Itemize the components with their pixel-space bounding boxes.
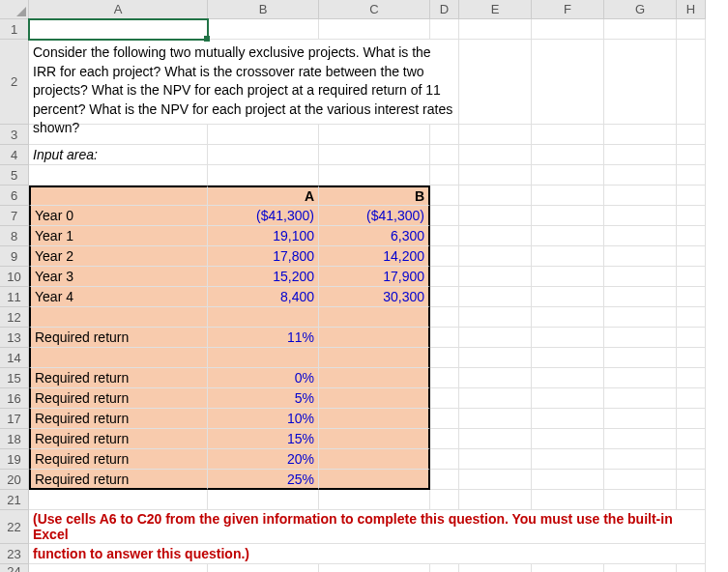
cell-H6[interactable] <box>677 186 706 206</box>
cell-A1[interactable] <box>29 19 208 40</box>
question-text[interactable]: Consider the following two mutually excl… <box>29 40 459 125</box>
cell-H18[interactable] <box>677 429 706 449</box>
cell-H20[interactable] <box>677 470 706 490</box>
cell-A14[interactable] <box>29 348 208 368</box>
cell-E4[interactable] <box>459 145 532 165</box>
cell-D9[interactable] <box>430 246 459 267</box>
cell-D21[interactable] <box>430 490 459 510</box>
cell-C10[interactable]: 17,900 <box>319 267 430 287</box>
cell-D16[interactable] <box>430 388 459 409</box>
cell-F7[interactable] <box>532 206 604 226</box>
cell-G24[interactable] <box>604 564 677 572</box>
cell-F19[interactable] <box>532 449 604 470</box>
cell-F13[interactable] <box>532 328 604 348</box>
cell-G17[interactable] <box>604 409 677 429</box>
cell-H13[interactable] <box>677 328 706 348</box>
cell-B4[interactable] <box>208 145 319 165</box>
instruction-note-1[interactable]: (Use cells A6 to C20 from the given info… <box>29 510 706 544</box>
col-header-E[interactable]: E <box>459 0 532 19</box>
cell-A7[interactable]: Year 0 <box>29 206 208 226</box>
cell-G5[interactable] <box>604 165 677 186</box>
cell-E20[interactable] <box>459 470 532 490</box>
cell-B6[interactable]: A <box>208 186 319 206</box>
cell-D12[interactable] <box>430 307 459 328</box>
cell-H11[interactable] <box>677 287 706 307</box>
cell-B8[interactable]: 19,100 <box>208 226 319 246</box>
cell-F20[interactable] <box>532 470 604 490</box>
cell-F12[interactable] <box>532 307 604 328</box>
cell-E14[interactable] <box>459 348 532 368</box>
col-header-B[interactable]: B <box>208 0 319 19</box>
cell-A21[interactable] <box>29 490 208 510</box>
cell-B10[interactable]: 15,200 <box>208 267 319 287</box>
cell-A9[interactable]: Year 2 <box>29 246 208 267</box>
cell-C14[interactable] <box>319 348 430 368</box>
cell-G3[interactable] <box>604 125 677 145</box>
row-header-10[interactable]: 10 <box>0 267 29 287</box>
cell-D6[interactable] <box>430 186 459 206</box>
cell-G11[interactable] <box>604 287 677 307</box>
cell-D15[interactable] <box>430 368 459 388</box>
cell-C20[interactable] <box>319 470 430 490</box>
cell-A13[interactable]: Required return <box>29 328 208 348</box>
input-area-label[interactable]: Input area: <box>29 145 208 165</box>
cell-D19[interactable] <box>430 449 459 470</box>
cell-B11[interactable]: 8,400 <box>208 287 319 307</box>
cell-E7[interactable] <box>459 206 532 226</box>
row-header-8[interactable]: 8 <box>0 226 29 246</box>
cell-G14[interactable] <box>604 348 677 368</box>
cell-C16[interactable] <box>319 388 430 409</box>
row-header-7[interactable]: 7 <box>0 206 29 226</box>
row-header-5[interactable]: 5 <box>0 165 29 186</box>
cell-G10[interactable] <box>604 267 677 287</box>
cell-B9[interactable]: 17,800 <box>208 246 319 267</box>
cell-H14[interactable] <box>677 348 706 368</box>
cell-B13[interactable]: 11% <box>208 328 319 348</box>
cell-C5[interactable] <box>319 165 430 186</box>
row-header-23[interactable]: 23 <box>0 544 29 564</box>
cell-C3[interactable] <box>319 125 430 145</box>
row-header-9[interactable]: 9 <box>0 246 29 267</box>
cell-G7[interactable] <box>604 206 677 226</box>
cell-B1[interactable] <box>208 19 319 40</box>
spreadsheet-grid[interactable]: A B C D E F G H 1 2 Consider the followi… <box>0 0 728 572</box>
cell-D1[interactable] <box>430 19 459 40</box>
cell-G6[interactable] <box>604 186 677 206</box>
cell-H19[interactable] <box>677 449 706 470</box>
cell-B15[interactable]: 0% <box>208 368 319 388</box>
cell-A8[interactable]: Year 1 <box>29 226 208 246</box>
cell-F4[interactable] <box>532 145 604 165</box>
cell-C15[interactable] <box>319 368 430 388</box>
cell-D11[interactable] <box>430 287 459 307</box>
cell-B20[interactable]: 25% <box>208 470 319 490</box>
row-header-2[interactable]: 2 <box>0 40 29 125</box>
cell-F14[interactable] <box>532 348 604 368</box>
cell-E6[interactable] <box>459 186 532 206</box>
row-header-14[interactable]: 14 <box>0 348 29 368</box>
row-header-4[interactable]: 4 <box>0 145 29 165</box>
col-header-D[interactable]: D <box>430 0 459 19</box>
cell-E12[interactable] <box>459 307 532 328</box>
cell-B7[interactable]: ($41,300) <box>208 206 319 226</box>
cell-H10[interactable] <box>677 267 706 287</box>
cell-C11[interactable]: 30,300 <box>319 287 430 307</box>
cell-D3[interactable] <box>430 125 459 145</box>
cell-E16[interactable] <box>459 388 532 409</box>
row-header-24[interactable]: 24 <box>0 564 29 572</box>
col-header-H[interactable]: H <box>677 0 706 19</box>
cell-H16[interactable] <box>677 388 706 409</box>
row-header-13[interactable]: 13 <box>0 328 29 348</box>
cell-E19[interactable] <box>459 449 532 470</box>
cell-D20[interactable] <box>430 470 459 490</box>
cell-C19[interactable] <box>319 449 430 470</box>
cell-H2[interactable] <box>677 40 706 125</box>
cell-H7[interactable] <box>677 206 706 226</box>
cell-E10[interactable] <box>459 267 532 287</box>
cell-E21[interactable] <box>459 490 532 510</box>
cell-D10[interactable] <box>430 267 459 287</box>
row-header-3[interactable]: 3 <box>0 125 29 145</box>
row-header-22[interactable]: 22 <box>0 510 29 544</box>
cell-F15[interactable] <box>532 368 604 388</box>
cell-C24[interactable] <box>319 564 430 572</box>
cell-C1[interactable] <box>319 19 430 40</box>
